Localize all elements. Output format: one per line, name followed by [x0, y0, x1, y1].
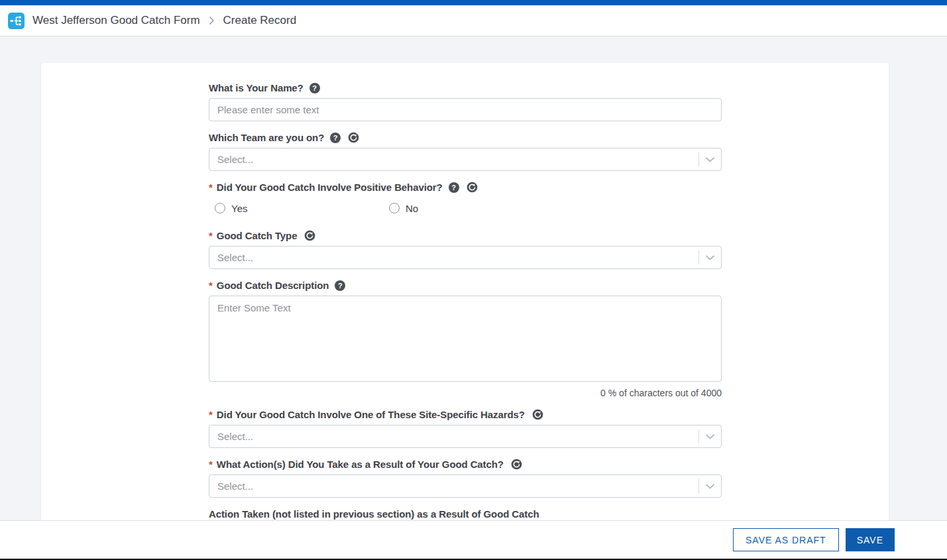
save-as-draft-button[interactable]: SAVE AS DRAFT: [733, 528, 839, 551]
breadcrumb-current-page: Create Record: [223, 14, 297, 27]
select-divider: [698, 152, 699, 166]
select-divider: [698, 429, 699, 443]
action-footer: SAVE AS DRAFT SAVE: [0, 520, 947, 559]
field-name-label: What is Your Name?: [209, 82, 304, 93]
radio-button[interactable]: [215, 203, 225, 213]
field-description: * Good Catch Description ? 0 % of charac…: [209, 279, 722, 398]
help-icon[interactable]: ?: [335, 280, 345, 291]
good-catch-type-select-value: Select...: [217, 252, 253, 263]
hazards-select-value: Select...: [217, 431, 253, 442]
radio-button[interactable]: [389, 203, 400, 213]
required-marker: *: [209, 182, 213, 193]
restore-default-icon[interactable]: [511, 459, 522, 470]
chevron-down-icon: [705, 433, 715, 439]
character-counter: 0 % of characters out of 4000: [209, 388, 722, 398]
field-other-action-label: Action Taken (not listed in previous sec…: [209, 508, 539, 520]
hazards-select[interactable]: Select...: [209, 425, 722, 448]
field-good-catch-type: * Good Catch Type Select...: [209, 229, 722, 269]
required-marker: *: [209, 230, 213, 241]
chevron-right-icon: [209, 16, 215, 25]
actions-taken-select-value: Select...: [217, 480, 253, 492]
required-marker: *: [209, 459, 213, 470]
name-input[interactable]: [209, 98, 722, 121]
radio-option-no-label: No: [406, 203, 418, 214]
description-textarea[interactable]: [209, 296, 722, 382]
help-icon[interactable]: ?: [449, 182, 459, 193]
field-positive-behavior: * Did Your Good Catch Involve Positive B…: [209, 181, 722, 215]
required-marker: *: [209, 280, 213, 291]
field-actions-taken: * What Action(s) Did You Take as a Resul…: [209, 458, 722, 498]
create-record-card: What is Your Name? ? Which Team are you …: [41, 63, 889, 560]
chevron-down-icon: [705, 156, 715, 162]
radio-option-yes[interactable]: Yes: [215, 203, 389, 214]
required-marker: *: [209, 409, 213, 420]
team-select[interactable]: Select...: [209, 148, 722, 171]
positive-behavior-options: Yes No: [209, 201, 722, 215]
help-icon[interactable]: ?: [330, 133, 341, 143]
good-catch-type-select[interactable]: Select...: [209, 246, 722, 269]
app-header: West Jefferson Good Catch Form Create Re…: [0, 5, 947, 36]
chevron-down-icon: [705, 254, 715, 260]
breadcrumb-form-title[interactable]: West Jefferson Good Catch Form: [32, 14, 200, 27]
team-select-value: Select...: [217, 154, 253, 165]
field-hazards-label: Did Your Good Catch Involve One of These…: [217, 409, 525, 420]
restore-default-icon[interactable]: [348, 132, 359, 143]
select-divider: [698, 479, 699, 493]
field-description-label: Good Catch Description: [217, 280, 329, 291]
help-icon[interactable]: ?: [309, 83, 320, 93]
radio-option-yes-label: Yes: [231, 203, 247, 214]
actions-taken-select[interactable]: Select...: [209, 475, 722, 498]
select-divider: [698, 251, 699, 264]
field-good-catch-type-label: Good Catch Type: [217, 230, 298, 241]
field-positive-behavior-label: Did Your Good Catch Involve Positive Beh…: [217, 182, 443, 193]
field-hazards: * Did Your Good Catch Involve One of The…: [209, 408, 722, 448]
chevron-down-icon: [705, 483, 715, 489]
field-name: What is Your Name? ?: [209, 82, 722, 121]
form-app-icon: [8, 13, 25, 29]
save-button[interactable]: SAVE: [846, 528, 895, 551]
field-team-label: Which Team are you on?: [209, 132, 324, 143]
field-actions-taken-label: What Action(s) Did You Take as a Result …: [217, 459, 504, 470]
field-team: Which Team are you on? ? Select...: [209, 131, 722, 171]
restore-default-icon[interactable]: [304, 230, 315, 241]
radio-option-no[interactable]: No: [389, 203, 418, 214]
top-accent-bar: [0, 0, 947, 5]
restore-default-icon[interactable]: [532, 409, 543, 420]
restore-default-icon[interactable]: [467, 182, 478, 193]
